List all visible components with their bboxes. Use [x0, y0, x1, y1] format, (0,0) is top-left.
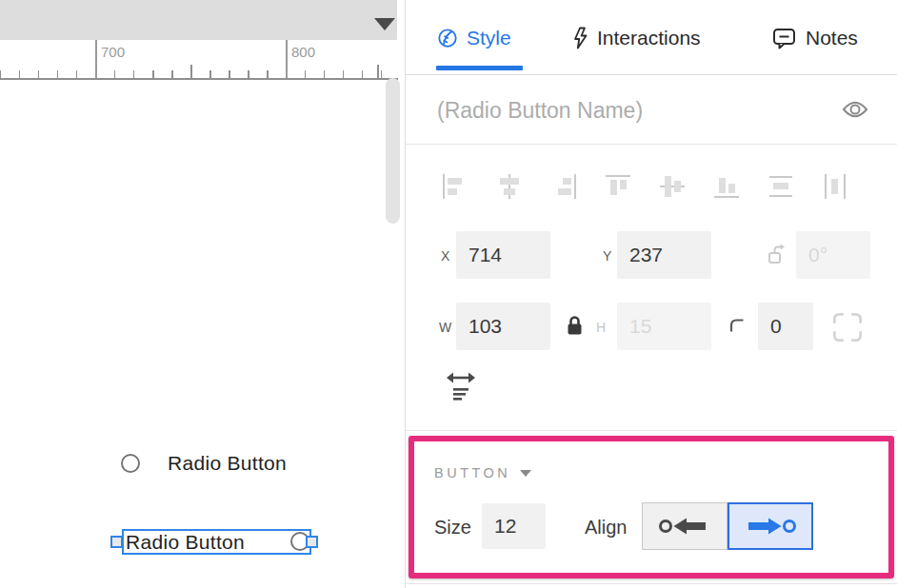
- position-row: X 714 Y 237 0°: [406, 231, 897, 279]
- w-label: W: [439, 320, 451, 335]
- rotate-icon: [766, 243, 788, 267]
- size-row: W 103 H 15 0: [406, 303, 897, 350]
- x-label: X: [441, 248, 449, 264]
- align-left-icon[interactable]: [442, 172, 468, 201]
- h-label: H: [596, 320, 606, 335]
- section-divider: [406, 430, 897, 431]
- tab-interactions-label: Interactions: [597, 27, 701, 49]
- alignment-toolbar: [442, 172, 848, 201]
- distribute-vertical-icon[interactable]: [767, 172, 794, 201]
- align-label: Align: [585, 517, 627, 539]
- comment-icon: [772, 27, 797, 49]
- canvas-toolbar: [0, 0, 397, 40]
- ruler-ticks: [0, 70, 398, 78]
- tab-interactions[interactable]: Interactions: [572, 27, 701, 49]
- ruler-tick-750: [190, 65, 192, 78]
- h-input[interactable]: 15: [617, 303, 711, 350]
- ruler-tick-850: [377, 65, 379, 78]
- distribute-horizontal-icon[interactable]: [822, 172, 848, 201]
- horizontal-ruler: 700 800: [0, 40, 398, 80]
- chevron-down-icon: [520, 470, 531, 477]
- button-size-input[interactable]: 12: [482, 503, 546, 549]
- radio-button-label[interactable]: Radio Button: [168, 452, 287, 475]
- design-canvas[interactable]: 700 800 Radio Button Radio Button: [0, 0, 405, 588]
- align-radio-left-button[interactable]: [642, 502, 728, 550]
- rotation-input[interactable]: 0°: [796, 231, 870, 279]
- app-window: 700 800 Radio Button Radio Button Style: [0, 0, 897, 588]
- selected-radio-label: Radio Button: [126, 531, 245, 554]
- ruler-label-700: 700: [101, 44, 125, 60]
- ruler-tick-800: [286, 40, 288, 78]
- eye-icon[interactable]: [842, 99, 868, 120]
- tab-notes[interactable]: Notes: [772, 27, 858, 49]
- button-section-title: BUTTON: [434, 465, 510, 480]
- selected-radio-widget[interactable]: Radio Button: [122, 529, 311, 555]
- tab-style[interactable]: Style: [437, 27, 511, 49]
- lock-icon[interactable]: [566, 315, 584, 337]
- align-radio-right-button[interactable]: [728, 502, 813, 550]
- tab-style-label: Style: [467, 27, 511, 49]
- chevron-down-icon[interactable]: [374, 18, 395, 30]
- w-input[interactable]: 103: [456, 303, 550, 350]
- active-tab-underline: [436, 66, 523, 70]
- button-section-header[interactable]: BUTTON: [434, 465, 531, 480]
- button-align-toggle: [642, 502, 813, 550]
- align-top-icon[interactable]: [605, 172, 631, 201]
- radio-button-circle[interactable]: [121, 454, 140, 473]
- bottom-divider: [406, 583, 897, 584]
- y-input[interactable]: 237: [617, 231, 711, 279]
- size-label: Size: [434, 517, 471, 539]
- align-bottom-icon[interactable]: [713, 172, 740, 201]
- fit-to-text-width-icon[interactable]: [444, 369, 478, 409]
- style-leaf-icon: [437, 28, 458, 49]
- resize-handle-left[interactable]: [110, 536, 123, 548]
- lightning-icon: [572, 27, 588, 49]
- panel-tabs: Style Interactions Notes: [406, 0, 897, 75]
- corner-radius-icon: [728, 317, 747, 335]
- widget-name-row: [406, 76, 897, 145]
- widget-name-input[interactable]: [437, 92, 808, 128]
- properties-panel: Style Interactions Notes: [405, 0, 897, 588]
- vertical-scrollbar[interactable]: [386, 78, 400, 224]
- ruler-label-800: 800: [291, 44, 315, 60]
- corner-selector-icon[interactable]: [827, 307, 867, 347]
- radio-left-of-text-icon: [657, 515, 712, 538]
- align-right-icon[interactable]: [550, 172, 577, 201]
- tab-notes-label: Notes: [806, 27, 858, 49]
- radio-right-of-text-icon: [743, 515, 798, 538]
- align-center-icon[interactable]: [496, 172, 523, 201]
- resize-handle-right[interactable]: [306, 536, 318, 548]
- ruler-tick-700: [95, 40, 97, 78]
- x-input[interactable]: 714: [456, 231, 550, 279]
- corner-radius-input[interactable]: 0: [758, 303, 813, 350]
- align-middle-icon[interactable]: [659, 172, 686, 201]
- y-label: Y: [603, 248, 611, 264]
